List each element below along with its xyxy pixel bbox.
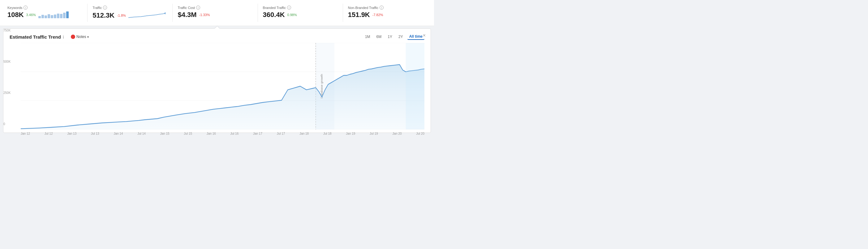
branded-traffic-change: 0.98% <box>287 13 297 17</box>
traffic-cost-change: -1.33% <box>199 13 210 17</box>
svg-rect-8 <box>406 43 425 130</box>
branded-traffic-value: 360.4K <box>263 11 285 19</box>
time-filter-all[interactable]: All time <box>407 34 425 40</box>
traffic-label: Traffic i <box>92 6 167 9</box>
chart-panel: Estimated Traffic Trend i Notes ▾ 1M 6M … <box>3 28 431 133</box>
branded-traffic-metric: Branded Traffic i 360.4K 0.98% <box>258 4 343 22</box>
traffic-change: -1.8% <box>117 13 126 17</box>
traffic-value: 512.3K <box>92 11 115 20</box>
sparkbar-bar-4 <box>48 14 50 18</box>
traffic-sparkline <box>128 11 165 20</box>
sparkbar-bar-10 <box>66 11 69 18</box>
keywords-value: 108K <box>7 11 24 19</box>
keywords-metric: Keywords i 108K 3.46% <box>6 4 88 22</box>
time-filter-1m[interactable]: 1M <box>363 34 372 40</box>
sparkbar-bar-8 <box>60 14 62 18</box>
sparkbar-bar-1 <box>38 16 41 18</box>
chevron-down-icon: ▾ <box>87 35 89 39</box>
time-filter-6m[interactable]: 6M <box>375 34 383 40</box>
y-axis-labels: 750K 500K 250K 0 <box>3 29 10 133</box>
sparkbar-bar-7 <box>57 13 59 18</box>
close-button[interactable]: × <box>423 33 426 38</box>
sparkbar-bar-6 <box>54 14 56 18</box>
x-axis-labels: Jan 12 Jul 12 Jan 13 Jul 13 Jan 14 Jul 1… <box>21 132 425 135</box>
traffic-metric: Traffic i 512.3K -1.8% <box>88 4 173 22</box>
svg-point-0 <box>164 12 165 14</box>
panel-header: Estimated Traffic Trend i Notes ▾ 1M 6M … <box>9 34 425 40</box>
non-branded-traffic-info-icon[interactable]: i <box>379 6 383 9</box>
time-filter-2y[interactable]: 2Y <box>397 34 405 40</box>
keywords-sparkbar <box>38 11 69 18</box>
keywords-label: Keywords i <box>7 6 82 9</box>
chart-info-icon[interactable]: i <box>63 34 64 40</box>
non-branded-traffic-value: 151.9K <box>348 11 370 19</box>
panel-arrow <box>215 26 220 29</box>
keywords-change: 3.46% <box>26 13 36 17</box>
time-filters: 1M 6M 1Y 2Y All time <box>363 34 425 40</box>
keywords-info-icon[interactable]: i <box>24 6 28 9</box>
traffic-cost-value: $4.3M <box>178 11 196 19</box>
traffic-cost-metric: Traffic Cost i $4.3M -1.33% <box>173 4 258 22</box>
non-branded-traffic-metric: Non-Branded Traffic i 151.9K -7.82% <box>343 4 428 22</box>
chart-svg: Database growth <box>21 43 425 130</box>
non-branded-traffic-change: -7.82% <box>372 13 383 17</box>
sparkbar-bar-5 <box>51 15 53 18</box>
branded-traffic-label: Branded Traffic i <box>263 6 338 9</box>
top-metrics-bar: Keywords i 108K 3.46% Traffic i <box>0 0 434 26</box>
traffic-cost-label: Traffic Cost i <box>178 6 252 9</box>
traffic-info-icon[interactable]: i <box>103 6 107 9</box>
notes-pin-icon <box>71 35 75 39</box>
panel-title: Estimated Traffic Trend i <box>9 34 64 40</box>
sparkbar-bar-2 <box>41 15 44 18</box>
sparkbar-bar-9 <box>63 13 66 18</box>
branded-traffic-info-icon[interactable]: i <box>287 6 291 9</box>
non-branded-traffic-label: Non-Branded Traffic i <box>348 6 423 9</box>
time-filter-1y[interactable]: 1Y <box>386 34 394 40</box>
notes-button[interactable]: Notes ▾ <box>69 34 91 40</box>
traffic-cost-info-icon[interactable]: i <box>196 6 200 9</box>
sparkbar-bar-3 <box>44 15 47 18</box>
